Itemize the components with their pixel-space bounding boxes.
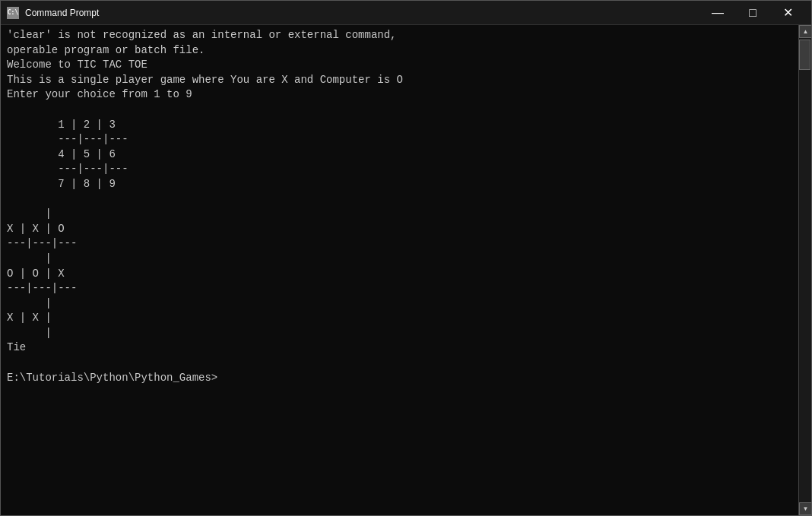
scroll-up-button[interactable]: ▲ — [799, 25, 811, 38]
terminal-output[interactable]: 'clear' is not recognized as an internal… — [1, 25, 798, 515]
title-bar: C:\ Command Prompt — □ ✕ — [1, 1, 811, 25]
window-title: Command Prompt — [25, 8, 700, 18]
maximize-button[interactable]: □ — [735, 1, 770, 25]
scrollbar-thumb[interactable] — [799, 40, 810, 70]
scroll-down-button[interactable]: ▼ — [799, 502, 811, 515]
window-controls: — □ ✕ — [700, 1, 805, 25]
minimize-button[interactable]: — — [700, 1, 735, 25]
command-prompt-window: C:\ Command Prompt — □ ✕ 'clear' is not … — [0, 0, 812, 516]
scrollbar-track[interactable] — [799, 38, 811, 502]
content-area: 'clear' is not recognized as an internal… — [1, 25, 811, 515]
scrollbar[interactable]: ▲ ▼ — [798, 25, 811, 515]
close-button[interactable]: ✕ — [770, 1, 805, 25]
window-icon: C:\ — [7, 7, 19, 19]
